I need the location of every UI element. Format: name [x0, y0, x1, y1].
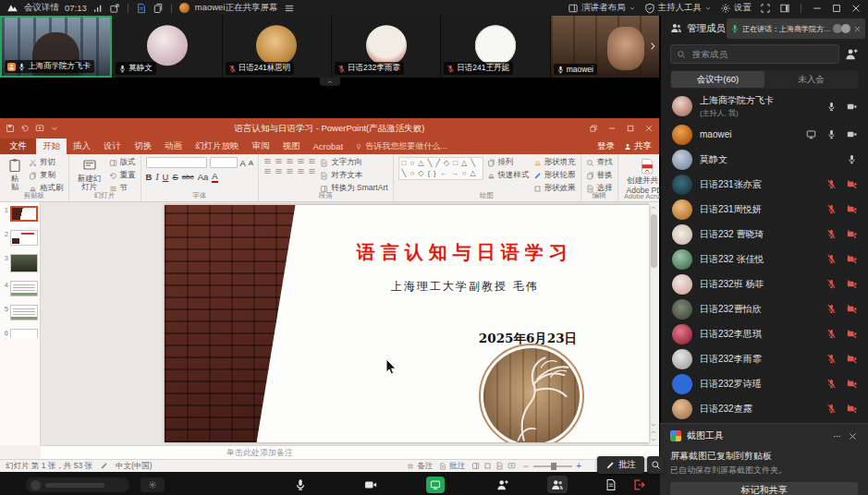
- shape-outline-button[interactable]: 形状轮廓: [533, 170, 576, 181]
- camera-off-icon[interactable]: [847, 179, 857, 189]
- annotate-button[interactable]: 批注: [597, 456, 644, 474]
- settings-button[interactable]: 设置: [720, 2, 752, 14]
- tab-slideshow[interactable]: 幻灯片放映: [189, 139, 246, 154]
- mic-muted-icon[interactable]: [826, 329, 837, 339]
- participant-row[interactable]: 日语232班 杨菲: [661, 272, 868, 296]
- zoom-out-icon[interactable]: [522, 463, 530, 470]
- tab-acrobat[interactable]: Acrobat: [307, 139, 350, 154]
- slide-thumbnail-4[interactable]: 4: [2, 281, 38, 296]
- bold-button[interactable]: B: [146, 172, 153, 182]
- fullscreen-icon[interactable]: [760, 3, 771, 14]
- slide-thumbnail-3[interactable]: 3: [2, 254, 38, 272]
- quick-styles-button[interactable]: 快速样式: [487, 170, 530, 181]
- camera-on-icon[interactable]: [847, 102, 857, 112]
- camera-off-icon[interactable]: [847, 354, 857, 364]
- current-slide[interactable]: 语言认知与日语学习 上海理工大学副教授 毛伟 2025年6月23日: [165, 205, 649, 442]
- zoom-in-icon[interactable]: +: [576, 461, 581, 471]
- camera-off-icon[interactable]: [847, 329, 857, 339]
- list-buttons[interactable]: [263, 157, 316, 165]
- mic-muted-icon[interactable]: [826, 279, 837, 289]
- slide-thumbnail-2[interactable]: 2: [2, 230, 38, 246]
- participant-row[interactable]: 日语231周悦妍: [661, 197, 868, 222]
- scrollbar-thumb[interactable]: [651, 214, 657, 268]
- character-spacing-button[interactable]: Aa: [198, 172, 209, 182]
- share-button[interactable]: 共享: [624, 140, 652, 152]
- tab-review[interactable]: 审阅: [246, 139, 276, 154]
- members-button[interactable]: [547, 476, 568, 493]
- camera-off-icon[interactable]: [847, 279, 857, 289]
- tab-view[interactable]: 视图: [276, 139, 307, 154]
- camera-off-icon[interactable]: [847, 379, 857, 389]
- save-icon[interactable]: [6, 124, 15, 133]
- mic-muted-icon[interactable]: [826, 254, 837, 264]
- video-tile[interactable]: 日语241林思明: [223, 16, 331, 78]
- view-switcher[interactable]: [471, 462, 516, 470]
- cut-button[interactable]: 剪切: [29, 157, 64, 168]
- magnifier-button[interactable]: [647, 456, 664, 474]
- layout-switcher-button[interactable]: 演讲者布局: [568, 2, 636, 14]
- paste-button[interactable]: 粘贴: [5, 157, 25, 193]
- tab-animations[interactable]: 动画: [158, 139, 189, 154]
- comments-toggle-button[interactable]: 批注: [439, 461, 465, 472]
- next-slide-icon[interactable]: [650, 436, 657, 443]
- participant-row[interactable]: 日语232曹怡欣: [661, 296, 868, 321]
- tab-transitions[interactable]: 切换: [128, 139, 158, 154]
- copy-screen-icon[interactable]: [153, 3, 164, 14]
- maximize-icon[interactable]: [831, 3, 842, 14]
- mic-muted-icon[interactable]: [826, 354, 837, 364]
- quick-access-chevron-icon[interactable]: [50, 124, 59, 133]
- zoom-slider[interactable]: [533, 465, 572, 467]
- reset-button[interactable]: 重置: [109, 170, 136, 181]
- tab-not-joined[interactable]: 未入会: [764, 71, 858, 88]
- copy-button[interactable]: 复制: [29, 170, 64, 181]
- next-page-chevron-icon[interactable]: [647, 40, 658, 53]
- popout-window-icon[interactable]: [109, 3, 120, 14]
- scroll-up-icon[interactable]: [650, 204, 657, 211]
- side-panel-toggle-icon[interactable]: [779, 3, 790, 14]
- close-icon[interactable]: [850, 3, 862, 14]
- tab-in-meeting[interactable]: 会议中(60): [671, 71, 764, 88]
- ppt-maximize-icon[interactable]: [626, 124, 635, 133]
- mic-muted-icon[interactable]: [826, 229, 837, 239]
- audio-mode-button[interactable]: [141, 477, 165, 492]
- search-input[interactable]: [691, 48, 833, 60]
- minimize-icon[interactable]: [812, 3, 823, 14]
- mic-muted-icon[interactable]: [826, 404, 837, 414]
- camera-off-icon[interactable]: [847, 204, 857, 214]
- slide-thumbnail-6[interactable]: 6: [2, 329, 38, 338]
- shrink-font-button[interactable]: A: [249, 157, 253, 168]
- video-tile[interactable]: 日语232李雨霏: [332, 16, 440, 78]
- font-color-button[interactable]: A: [212, 171, 217, 183]
- font-name-combobox[interactable]: [146, 157, 207, 168]
- spell-check-icon[interactable]: [100, 462, 108, 470]
- participant-row[interactable]: 日语232罗诗瑶: [661, 371, 868, 396]
- clear-format-button[interactable]: abc: [182, 173, 194, 181]
- sharing-menu-icon[interactable]: [284, 3, 295, 14]
- camera-off-icon[interactable]: [847, 254, 857, 264]
- notes-pane[interactable]: 单击此处添加备注: [41, 445, 659, 459]
- collapse-strip-button[interactable]: [320, 78, 340, 86]
- snip-close-icon[interactable]: [848, 431, 858, 441]
- mic-on-icon[interactable]: [847, 154, 857, 164]
- notes-toggle-button[interactable]: 备注: [407, 461, 433, 472]
- slide-thumbnail-5[interactable]: 5: [2, 305, 38, 320]
- camera-off-icon[interactable]: [847, 304, 857, 314]
- layout-button[interactable]: 版式: [109, 157, 136, 168]
- tell-me-box[interactable]: 告诉我您想要做什么...: [355, 139, 447, 154]
- find-button[interactable]: 查找: [586, 157, 613, 168]
- ribbon-options-icon[interactable]: [589, 124, 598, 133]
- meeting-info-pill[interactable]: [26, 477, 129, 492]
- participant-row[interactable]: 上海商学院方飞卡(主持人, 我): [661, 91, 868, 122]
- shared-doc-icon[interactable]: [136, 3, 147, 14]
- arrange-button[interactable]: 排列: [487, 157, 530, 168]
- camera-off-icon[interactable]: [847, 229, 857, 239]
- microphone-button[interactable]: [290, 476, 311, 493]
- camera-off-icon[interactable]: [847, 404, 857, 414]
- slideshow-icon[interactable]: [35, 124, 44, 133]
- video-tile[interactable]: 上海商学院方飞卡: [0, 16, 112, 78]
- shape-fill-button[interactable]: 形状填充: [533, 157, 576, 168]
- participant-row[interactable]: 日语231张亦宸: [661, 172, 868, 197]
- toast-close-icon[interactable]: [853, 25, 862, 33]
- host-tools-button[interactable]: 主持人工具: [644, 2, 713, 14]
- shape-gallery[interactable]: □○△╲╱◇ □△╲╲○◇ {}←→○△: [398, 157, 483, 180]
